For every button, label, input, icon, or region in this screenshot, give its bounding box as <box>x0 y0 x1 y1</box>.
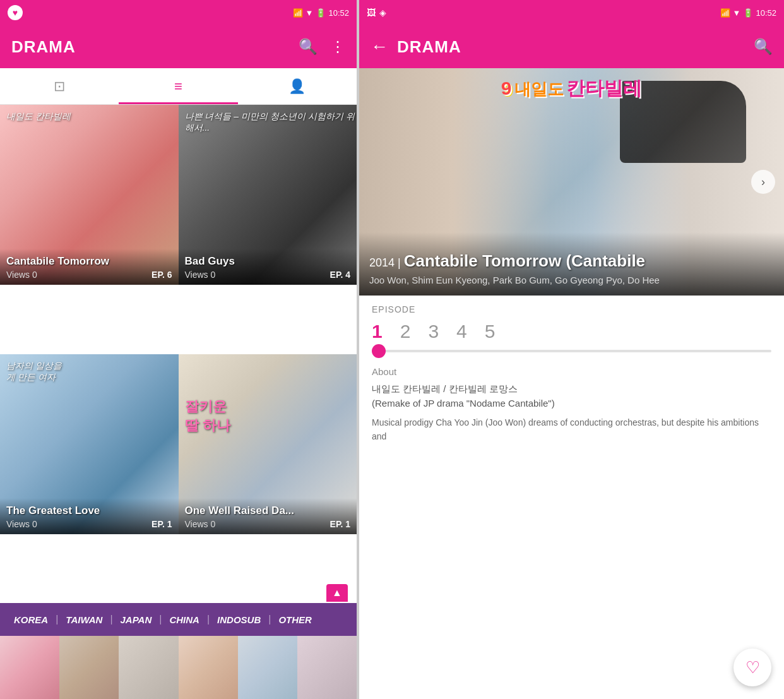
episode-2[interactable]: 2 <box>400 321 411 342</box>
drama-views-3: Views 0 <box>6 519 37 529</box>
about-label: About <box>372 366 771 377</box>
episode-1[interactable]: 1 <box>372 321 383 342</box>
hero-logo-hangul: 칸타빌레 <box>566 78 642 99</box>
episode-slider[interactable] <box>372 350 771 352</box>
bottom-thumb-4[interactable] <box>179 636 238 699</box>
fab-heart-button[interactable]: ♡ <box>734 648 771 686</box>
back-button[interactable]: ← <box>371 37 388 57</box>
app-logo: ♥ <box>8 5 23 20</box>
about-section: About 내일도 칸타빌레 / 칸타빌레 로망스 (Remake of JP … <box>359 361 784 699</box>
episode-4[interactable]: 4 <box>456 321 467 342</box>
slider-thumb <box>372 344 386 358</box>
bottom-thumbnails <box>0 636 357 699</box>
tab-list[interactable]: ≡ <box>119 68 237 104</box>
drama-ep-2: EP. 4 <box>330 270 350 280</box>
wifi-icon: ▼ <box>306 8 314 18</box>
list-tab-icon: ≡ <box>174 78 182 95</box>
drama-title-1: Cantabile Tomorrow <box>6 255 172 268</box>
drama-meta-4: Views 0 EP. 1 <box>185 519 351 529</box>
drama-card-1[interactable]: 내일도 칸타빌레 Cantabile Tomorrow Views 0 EP. … <box>0 105 179 285</box>
category-china[interactable]: CHINA <box>162 614 207 625</box>
hero-logo-korean: 내일도 <box>514 80 564 99</box>
category-other[interactable]: OTHER <box>271 614 319 625</box>
episode-numbers: 1 2 3 4 5 <box>372 321 771 342</box>
right-signal-icon: 📶 <box>720 8 730 18</box>
bottom-thumb-5[interactable] <box>238 636 297 699</box>
search-button-right[interactable]: 🔍 <box>754 38 773 56</box>
category-indosub[interactable]: INDOSUB <box>210 614 268 625</box>
profile-tab-icon: 👤 <box>288 78 306 95</box>
hero-drama-title: Cantabile Tomorrow (Cantabile <box>404 251 645 270</box>
right-app-title: DRAMA <box>397 37 461 57</box>
about-korean: 내일도 칸타빌레 / 칸타빌레 로망스 (Remake of JP drama … <box>372 382 771 410</box>
category-korea[interactable]: KOREA <box>6 614 56 625</box>
drama-overlay-1: Cantabile Tomorrow Views 0 EP. 6 <box>0 249 179 285</box>
hero-logo-num: 9 <box>501 78 512 99</box>
right-status-left: 🖼 ◈ <box>367 8 386 18</box>
hero-title-overlay: 2014 | Cantabile Tomorrow (Cantabile Joo… <box>359 232 784 296</box>
left-app-actions: 🔍 ⋮ <box>299 38 345 56</box>
time-display-left: 10:52 <box>328 8 349 18</box>
left-app-bar: DRAMA 🔍 ⋮ <box>0 25 357 68</box>
drama-overlay-4: 잘키운딸 하나 One Well Raised Da... Views 0 EP… <box>179 498 357 534</box>
drama-meta-1: Views 0 EP. 6 <box>6 270 172 280</box>
drama-overlay-2: Bad Guys Views 0 EP. 4 <box>179 249 357 285</box>
drama-meta-3: Views 0 EP. 1 <box>6 519 172 529</box>
episode-5[interactable]: 5 <box>485 321 496 342</box>
hero-nav-button[interactable]: › <box>751 170 775 194</box>
bottom-thumb-6[interactable] <box>297 636 357 699</box>
category-taiwan[interactable]: TAIWAN <box>58 614 110 625</box>
hero-cast: Joo Won, Shim Eun Kyeong, Park Bo Gum, G… <box>369 275 774 285</box>
episode-3[interactable]: 3 <box>428 321 439 342</box>
drama-card-4[interactable]: 잘키운딸 하나 One Well Raised Da... Views 0 EP… <box>179 354 357 534</box>
scroll-up-button[interactable]: ▲ <box>326 584 348 602</box>
status-bar-left-icons: ♥ <box>8 5 23 20</box>
left-panel: ♥ 📶 ▼ 🔋 10:52 DRAMA 🔍 ⋮ ⊡ ≡ 👤 <box>0 0 357 699</box>
left-app-title: DRAMA <box>11 37 76 57</box>
about-text: Musical prodigy Cha Yoo Jin (Joo Won) dr… <box>372 415 771 444</box>
right-panel: 🖼 ◈ 📶 ▼ 🔋 10:52 ← DRAMA 🔍 9 내일도 칸타빌레 <box>359 0 784 699</box>
drama-meta-2: Views 0 EP. 4 <box>185 270 351 280</box>
drama-korean-text-4: 잘키운딸 하나 <box>185 397 230 435</box>
tabs-bar: ⊡ ≡ 👤 <box>0 68 357 105</box>
hero-logo-area: 9 내일도 칸타빌레 <box>359 76 784 102</box>
drama-views-1: Views 0 <box>6 270 37 280</box>
search-button-left[interactable]: 🔍 <box>299 38 318 56</box>
left-status-bar: ♥ 📶 ▼ 🔋 10:52 <box>0 0 357 25</box>
episode-label: EPISODE <box>372 304 771 314</box>
right-wifi-icon2: ▼ <box>733 8 741 18</box>
drama-card-3[interactable]: 남자의 일상을게 만든 여자 The Greatest Love Views 0… <box>0 354 179 534</box>
drama-card-2[interactable]: 나쁜 녀석들 – 미만의 청소년이 시험하기 위해서... Bad Guys V… <box>179 105 357 285</box>
more-options-button[interactable]: ⋮ <box>330 38 345 56</box>
drama-grid: 내일도 칸타빌레 Cantabile Tomorrow Views 0 EP. … <box>0 105 357 603</box>
battery-icon: 🔋 <box>316 8 326 18</box>
grid-tab-icon: ⊡ <box>54 78 65 95</box>
drama-overlay-3: The Greatest Love Views 0 EP. 1 <box>0 498 179 534</box>
hero-area: 9 내일도 칸타빌레 2014 | Cantabile Tomorrow (Ca… <box>359 68 784 296</box>
status-bar-right-icons: 📶 ▼ 🔋 10:52 <box>293 8 349 18</box>
category-japan[interactable]: JAPAN <box>113 614 160 625</box>
drama-title-4: One Well Raised Da... <box>185 505 351 517</box>
right-status-right: 📶 ▼ 🔋 10:52 <box>720 8 776 18</box>
drama-ep-4: EP. 1 <box>330 519 350 529</box>
category-bar: KOREA | TAIWAN | JAPAN | CHINA | INDOSUB… <box>0 603 357 636</box>
tab-grid[interactable]: ⊡ <box>0 68 119 104</box>
drama-views-4: Views 0 <box>185 519 216 529</box>
fab-heart-icon: ♡ <box>745 658 760 678</box>
time-display-right: 10:52 <box>756 8 776 18</box>
drama-korean-text-3: 남자의 일상을게 만든 여자 <box>6 361 62 383</box>
right-battery-icon: 🔋 <box>743 8 753 18</box>
bottom-thumb-2[interactable] <box>59 636 119 699</box>
right-photo-icon: 🖼 <box>367 8 376 18</box>
hero-year: 2014 | Cantabile Tomorrow (Cantabile <box>369 251 774 271</box>
drama-ep-1: EP. 6 <box>151 270 172 280</box>
right-wifi-icon: ◈ <box>379 8 386 18</box>
right-status-bar: 🖼 ◈ 📶 ▼ 🔋 10:52 <box>359 0 784 25</box>
bottom-thumb-1[interactable] <box>0 636 59 699</box>
drama-views-2: Views 0 <box>185 270 216 280</box>
episode-section: EPISODE 1 2 3 4 5 <box>359 296 784 361</box>
bottom-thumb-3[interactable] <box>119 636 178 699</box>
right-app-bar: ← DRAMA 🔍 <box>359 25 784 68</box>
drama-korean-text-1: 내일도 칸타빌레 <box>6 111 71 122</box>
tab-profile[interactable]: 👤 <box>238 68 357 104</box>
